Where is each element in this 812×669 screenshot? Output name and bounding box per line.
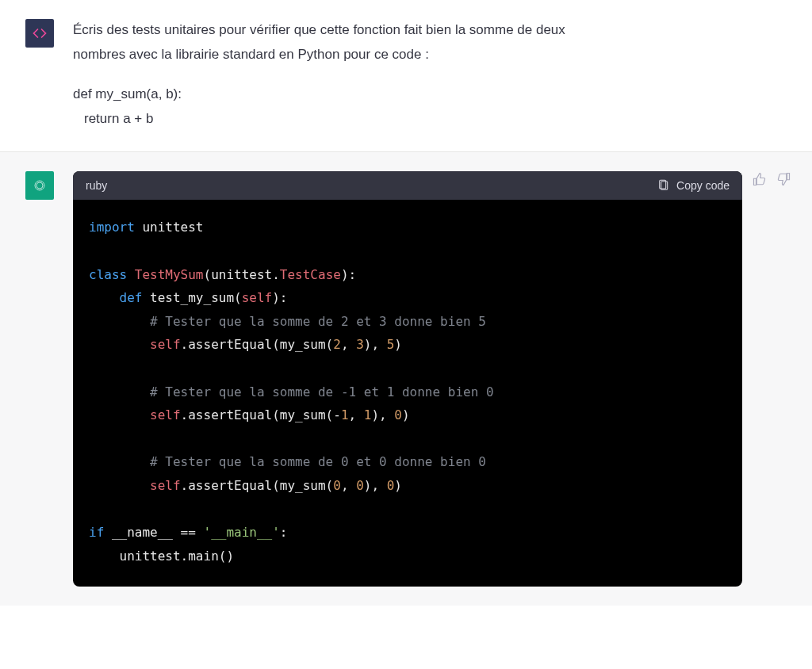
code-block: ruby Copy code import unittest class Tes… [73, 171, 742, 587]
assistant-body: ruby Copy code import unittest class Tes… [73, 171, 787, 587]
copy-code-button[interactable]: Copy code [657, 179, 730, 192]
svg-point-0 [36, 182, 43, 189]
user-text: Écris des tests unitaires pour vérifier … [73, 19, 787, 132]
code-header: ruby Copy code [73, 171, 742, 200]
user-line-1: Écris des tests unitaires pour vérifier … [73, 19, 787, 40]
thumbs-down-button[interactable] [776, 171, 791, 187]
thumbs-up-icon [753, 172, 767, 186]
user-line-2: nombres avec la librairie standard en Py… [73, 44, 787, 65]
assistant-message: ruby Copy code import unittest class Tes… [0, 151, 812, 606]
code-icon [32, 25, 48, 41]
thumbs-down-icon [776, 172, 791, 186]
clipboard-icon [657, 179, 670, 192]
openai-icon [32, 178, 48, 193]
code-language-label: ruby [86, 179, 107, 192]
assistant-avatar [25, 171, 54, 200]
user-avatar [25, 19, 54, 48]
user-code-line-1: def my_sum(a, b): [73, 83, 787, 105]
copy-code-label: Copy code [676, 179, 730, 192]
code-content: import unittest class TestMySum(unittest… [73, 200, 742, 587]
user-code-line-2: return a + b [73, 108, 787, 129]
thumbs-up-button[interactable] [752, 171, 768, 187]
feedback-buttons [752, 171, 791, 187]
user-message: Écris des tests unitaires pour vérifier … [0, 0, 812, 151]
